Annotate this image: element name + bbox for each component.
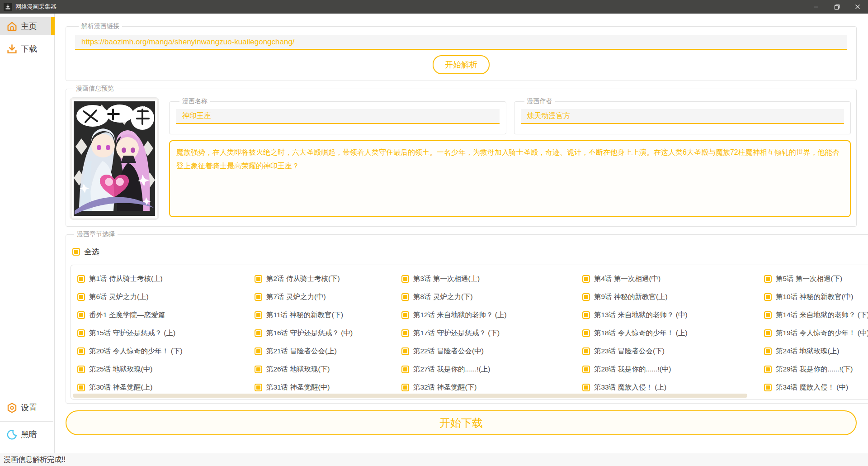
- chapter-checkbox[interactable]: [255, 384, 262, 391]
- chapter-item[interactable]: 第10话 神秘的新教官(中): [764, 288, 868, 306]
- chapter-checkbox[interactable]: [582, 329, 590, 337]
- chapter-checkbox[interactable]: [401, 329, 409, 337]
- chapter-item[interactable]: 第27话 我是你的......!(上): [401, 360, 582, 378]
- chapter-label: 第8话 灵炉之力(下): [413, 292, 473, 302]
- chapter-label: 第31话 神圣觉醒(中): [266, 383, 330, 392]
- chapter-label: 第2话 侍从骑士考核(下): [266, 274, 340, 284]
- maximize-button[interactable]: [826, 0, 847, 14]
- chapter-checkbox[interactable]: [77, 329, 85, 337]
- manga-author-input[interactable]: [521, 109, 844, 124]
- chapter-label: 第17话 守护还是惩戒？ (下): [413, 328, 500, 338]
- chapter-checkbox[interactable]: [255, 293, 262, 301]
- chapter-item[interactable]: 第1话 侍从骑士考核(上): [77, 270, 255, 288]
- chapter-checkbox[interactable]: [764, 329, 772, 337]
- chapter-item[interactable]: 第25话 地狱玫瑰(中): [77, 360, 255, 378]
- chapter-checkbox[interactable]: [77, 366, 85, 373]
- chapter-item[interactable]: 第7话 灵炉之力(中): [255, 288, 401, 306]
- chapter-checkbox[interactable]: [764, 311, 772, 319]
- chapter-item[interactable]: 第8话 灵炉之力(下): [401, 288, 582, 306]
- chapter-checkbox[interactable]: [764, 366, 772, 373]
- chapter-checkbox[interactable]: [764, 293, 772, 301]
- chapter-item[interactable]: 第3话 第一次相遇(上): [401, 270, 582, 288]
- chapter-checkbox[interactable]: [764, 275, 772, 283]
- chapter-label: 第9话 神秘的新教官(上): [594, 292, 668, 302]
- chapter-label: 第27话 我是你的......!(上): [413, 365, 491, 374]
- chapter-checkbox[interactable]: [764, 384, 772, 391]
- chapter-item[interactable]: 第12话 来自地狱的老师？ (上): [401, 306, 582, 324]
- manga-cover-image: [70, 97, 159, 220]
- chapter-item[interactable]: 第19话 令人惊奇的少年！ (中): [764, 324, 868, 342]
- chapter-list[interactable]: 第1话 侍从骑士考核(上)第2话 侍从骑士考核(下)第3话 第一次相遇(上)第4…: [71, 265, 868, 399]
- chapter-item[interactable]: 第17话 守护还是惩戒？ (下): [401, 324, 582, 342]
- chapter-item[interactable]: 第9话 神秘的新教官(上): [582, 288, 764, 306]
- sidebar-item-download[interactable]: 下载: [0, 40, 51, 58]
- chapter-checkbox[interactable]: [582, 366, 590, 373]
- chapter-item[interactable]: 第26话 地狱玫瑰(下): [255, 360, 401, 378]
- dark-mode-icon: [6, 428, 18, 440]
- select-all-checkbox[interactable]: [72, 248, 80, 256]
- manga-name-input[interactable]: [176, 109, 500, 124]
- select-all-toggle[interactable]: 全选: [72, 247, 99, 257]
- chapter-item[interactable]: 第28话 我是你的......!(中): [582, 360, 764, 378]
- chapter-checkbox[interactable]: [401, 311, 409, 319]
- chapter-item[interactable]: 第24话 地狱玫瑰(上): [764, 342, 868, 360]
- chapter-item[interactable]: 第16话 守护还是惩戒？ (中): [255, 324, 401, 342]
- sidebar-divider: [0, 421, 53, 422]
- chapter-label: 第22话 冒险者公会(中): [413, 347, 484, 356]
- chapter-checkbox[interactable]: [255, 275, 262, 283]
- app-icon: [4, 3, 12, 11]
- sidebar-item-settings[interactable]: 设置: [0, 399, 51, 417]
- chapter-checkbox[interactable]: [582, 347, 590, 355]
- chapter-checkbox[interactable]: [582, 275, 590, 283]
- chapter-checkbox[interactable]: [764, 347, 772, 355]
- chapter-item[interactable]: 第2话 侍从骑士考核(下): [255, 270, 401, 288]
- chapter-checkbox[interactable]: [401, 347, 409, 355]
- chapter-item[interactable]: 第11话 神秘的新教官(下): [255, 306, 401, 324]
- chapter-checkbox[interactable]: [582, 311, 590, 319]
- start-download-button[interactable]: 开始下载: [66, 410, 857, 435]
- manga-url-input[interactable]: [75, 35, 847, 50]
- chapter-checkbox[interactable]: [401, 275, 409, 283]
- chapter-item[interactable]: 第13话 来自地狱的老师？ (中): [582, 306, 764, 324]
- chapter-checkbox[interactable]: [77, 384, 85, 391]
- chapter-checkbox[interactable]: [582, 293, 590, 301]
- chapter-checkbox[interactable]: [255, 329, 262, 337]
- manga-description[interactable]: 魔族强势，在人类即将被灭绝之时，六大圣殿崛起，带领着人类守住最后的领土。一名少年…: [169, 140, 851, 217]
- chapter-item[interactable]: 第21话 冒险者公会(上): [255, 342, 401, 360]
- chapter-item[interactable]: 第20话 令人惊奇的少年！ (下): [77, 342, 255, 360]
- titlebar: 网络漫画采集器: [0, 0, 868, 14]
- chapter-checkbox[interactable]: [255, 366, 262, 373]
- chapter-item[interactable]: 第15话 守护还是惩戒？ (上): [77, 324, 255, 342]
- main-content: 解析漫画链接 开始解析 漫画信息预览: [55, 14, 868, 453]
- chapter-checkbox[interactable]: [582, 384, 590, 391]
- chapter-checkbox[interactable]: [401, 384, 409, 391]
- chapter-item[interactable]: 番外1 圣魔学院—恋爱篇: [77, 306, 255, 324]
- chapter-checkbox[interactable]: [77, 275, 85, 283]
- sidebar-item-home[interactable]: 主页: [0, 17, 51, 35]
- chapter-item[interactable]: 第6话 灵炉之力(上): [77, 288, 255, 306]
- sidebar-item-dark-mode[interactable]: 黑暗: [0, 425, 51, 443]
- chapter-item[interactable]: 第14话 来自地狱的老师？ (下): [764, 306, 868, 324]
- chapter-checkbox[interactable]: [401, 366, 409, 373]
- chapter-label: 第14话 来自地狱的老师？ (下): [776, 310, 868, 320]
- close-button[interactable]: [847, 0, 868, 14]
- chapter-item[interactable]: 第4话 第一次相遇(中): [582, 270, 764, 288]
- start-parse-button[interactable]: 开始解析: [433, 55, 490, 74]
- status-bar: 漫画信息解析完成!!: [0, 453, 868, 466]
- chapter-item[interactable]: 第29话 我是你的......!(下): [764, 360, 868, 378]
- chapter-checkbox[interactable]: [401, 293, 409, 301]
- chapter-item[interactable]: 第18话 令人惊奇的少年！ (上): [582, 324, 764, 342]
- chapter-select-section: 漫画章节选择 全选 1↓ 正序 第1话 侍从骑士考核(上)第2话 侍从骑士考核(…: [66, 230, 868, 404]
- chapter-checkbox[interactable]: [255, 311, 262, 319]
- chapter-item[interactable]: 第23话 冒险者公会(下): [582, 342, 764, 360]
- chapter-checkbox[interactable]: [77, 293, 85, 301]
- horizontal-scrollbar[interactable]: [73, 394, 747, 398]
- chapter-checkbox[interactable]: [77, 311, 85, 319]
- chapter-checkbox[interactable]: [77, 347, 85, 355]
- chapter-item[interactable]: 第34话 魔族入侵！ (中): [764, 378, 868, 396]
- chapter-item[interactable]: 第22话 冒险者公会(中): [401, 342, 582, 360]
- chapter-item[interactable]: 第5话 第一次相遇(下): [764, 270, 868, 288]
- chapter-label: 第32话 神圣觉醒(下): [413, 383, 476, 392]
- chapter-checkbox[interactable]: [255, 347, 262, 355]
- minimize-button[interactable]: [806, 0, 826, 14]
